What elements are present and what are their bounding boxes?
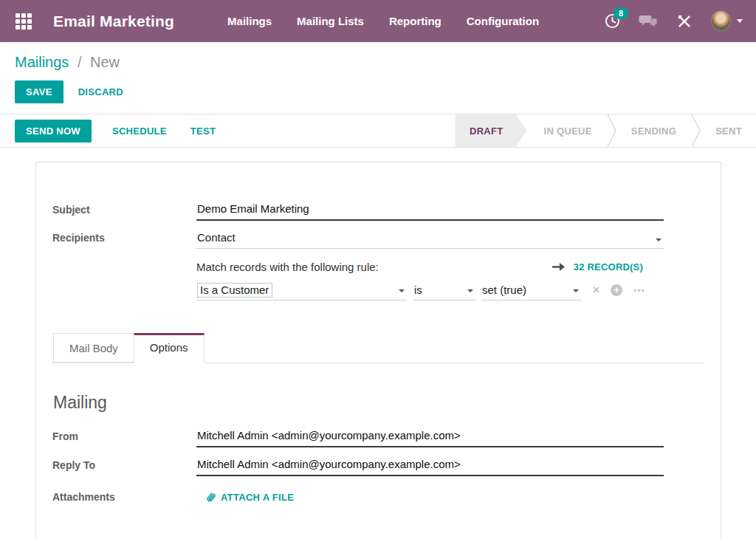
activity-count-badge: 8 [614,7,628,19]
user-menu[interactable] [711,11,743,31]
attach-a-file-button[interactable]: ATTACH A FILE [196,488,294,506]
subject-label: Subject [52,204,196,221]
stage-separator-icon [606,114,617,148]
schedule-button[interactable]: SCHEDULE [109,120,170,143]
menu-configuration[interactable]: Configuration [465,10,540,32]
rule-branch-button[interactable]: ••• [633,286,645,295]
reply-to-input[interactable]: Mitchell Admin <admin@yourcompany.exampl… [196,458,664,476]
attach-a-file-label: ATTACH A FILE [221,492,294,503]
discard-button[interactable]: DISCARD [75,80,126,103]
send-now-button[interactable]: SEND NOW [15,120,92,143]
caret-down-icon [467,289,473,292]
options-tab-content: Mailing From Mitchell Admin <admin@yourc… [52,393,704,506]
attachments-row: Attachments ATTACH A FILE [52,488,704,506]
from-label: From [52,430,196,447]
stage-in-queue[interactable]: IN QUEUE [530,114,606,147]
tools-icon [676,13,693,30]
recipients-value: Contact [197,231,236,244]
rule-field-select[interactable]: Is a Customer [196,282,407,301]
paperclip-icon [203,489,219,505]
recipients-label: Recipients [52,232,196,249]
rule-operator-value: is [414,284,422,296]
recipients-row: Recipients Contact [52,231,704,249]
reply-to-label: Reply To [52,459,196,476]
app-title[interactable]: Email Marketing [53,13,174,30]
support-tools-button[interactable] [676,13,693,30]
record-count-button[interactable]: 32 RECORD(S) [574,261,643,272]
stage-sending[interactable]: SENDING [617,114,690,147]
main-menu: Mailings Mailing Lists Reporting Configu… [226,10,540,32]
notebook-tabs: Mail Body Options [52,333,704,363]
navbar-systray: 8 [605,11,743,31]
control-panel: Mailings / New SAVE DISCARD [0,42,756,103]
apps-grid-icon [16,13,32,30]
chat-icon [639,13,658,30]
match-rule-text: Match records with the following rule: [196,261,379,273]
reply-to-row: Reply To Mitchell Admin <admin@yourcompa… [52,458,704,476]
rule-operator-select[interactable]: is [413,282,475,301]
stage-pipeline: DRAFT IN QUEUE SENDING SENT [456,114,756,147]
breadcrumb-current: New [90,54,120,70]
recipients-select[interactable]: Contact [196,231,664,249]
stage-separator-icon [690,114,701,148]
tab-options[interactable]: Options [134,333,205,363]
right-arrow-icon [551,261,566,272]
rule-value-text: set (true) [482,284,526,296]
user-avatar [711,11,731,31]
rule-add-button[interactable]: + [611,284,622,296]
attachments-label: Attachments [52,491,196,503]
apps-menu-button[interactable] [10,8,37,35]
subject-input[interactable]: Demo Email Marketing [196,202,664,221]
from-input[interactable]: Mitchell Admin <admin@yourcompany.exampl… [196,429,664,447]
activities-button[interactable]: 8 [605,13,620,29]
rule-actions: × + ••• [593,284,645,301]
top-navbar: Email Marketing Mailings Mailing Lists R… [0,0,756,42]
rule-remove-button[interactable]: × [593,285,599,295]
breadcrumb-mailings[interactable]: Mailings [15,54,69,70]
mailing-section-title: Mailing [52,393,704,413]
subject-row: Subject Demo Email Marketing [52,202,704,221]
from-row: From Mitchell Admin <admin@yourcompany.e… [52,429,704,447]
statusbar: SEND NOW SCHEDULE TEST DRAFT IN QUEUE SE… [0,114,756,148]
caret-down-icon [573,289,579,292]
menu-reporting[interactable]: Reporting [388,10,443,32]
breadcrumb: Mailings / New [15,54,741,71]
messages-button[interactable] [639,13,658,30]
rule-value-select[interactable]: set (true) [481,282,581,301]
chevron-down-icon [737,19,743,23]
domain-rule-row: Is a Customer is set (true) × + ••• [196,282,704,301]
test-button[interactable]: TEST [188,120,219,143]
tab-mail-body[interactable]: Mail Body [53,333,134,363]
caret-down-icon [656,238,662,241]
save-button[interactable]: SAVE [15,80,63,103]
record-actions: SAVE DISCARD [15,80,741,103]
menu-mailing-lists[interactable]: Mailing Lists [295,10,365,32]
stage-sent[interactable]: SENT [701,114,756,147]
form-sheet: Subject Demo Email Marketing Recipients … [35,162,721,539]
stage-draft[interactable]: DRAFT [456,114,527,147]
menu-mailings[interactable]: Mailings [226,10,273,32]
caret-down-icon [399,289,405,292]
breadcrumb-separator: / [78,54,82,70]
match-rule-row: Match records with the following rule: 3… [52,261,704,273]
rule-field-value: Is a Customer [197,283,272,298]
